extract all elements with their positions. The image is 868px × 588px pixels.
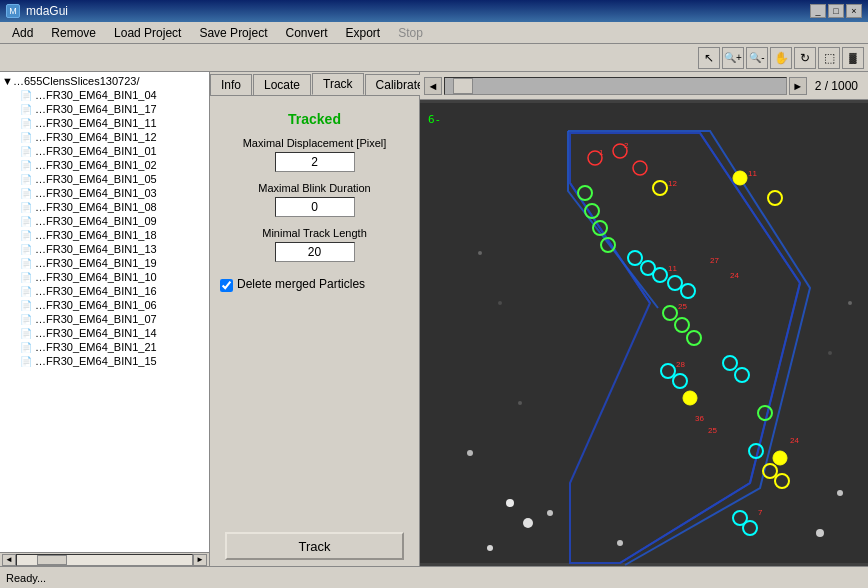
svg-text:12: 12 — [668, 179, 677, 188]
menu-load-project[interactable]: Load Project — [106, 24, 189, 42]
maximize-button[interactable]: □ — [828, 4, 844, 18]
right-panel: Info Locate Track Calibrate Tracked Maxi… — [210, 72, 868, 566]
tree-item[interactable]: 📄…FR30_EM64_BIN1_01 — [0, 144, 209, 158]
menu-remove[interactable]: Remove — [43, 24, 104, 42]
file-icon: 📄 — [20, 146, 32, 157]
expand-icon: ▼ — [2, 75, 13, 87]
zoom-in-button[interactable]: 🔍+ — [722, 47, 744, 69]
menu-export[interactable]: Export — [338, 24, 389, 42]
main-content: ▼ …655ClensSlices130723/ 📄…FR30_EM64_BIN… — [0, 72, 868, 566]
tree-item[interactable]: 📄…FR30_EM64_BIN1_13 — [0, 242, 209, 256]
tree-item-label: …FR30_EM64_BIN1_05 — [35, 173, 157, 185]
tab-info[interactable]: Info — [210, 74, 252, 95]
tab-track[interactable]: Track — [312, 73, 364, 95]
tree-item[interactable]: 📄…FR30_EM64_BIN1_14 — [0, 326, 209, 340]
tree-item[interactable]: 📄…FR30_EM64_BIN1_18 — [0, 228, 209, 242]
rotate-button[interactable]: ↻ — [794, 47, 816, 69]
file-icon: 📄 — [20, 286, 32, 297]
track-button[interactable]: Track — [225, 532, 404, 560]
tree-item[interactable]: 📄…FR30_EM64_BIN1_03 — [0, 186, 209, 200]
svg-point-37 — [683, 391, 697, 405]
prev-frame-button[interactable]: ◄ — [424, 77, 442, 95]
tab-locate[interactable]: Locate — [253, 74, 311, 95]
scroll-left-button[interactable]: ◄ — [2, 554, 16, 566]
menu-save-project[interactable]: Save Project — [191, 24, 275, 42]
minimal-track-group: Minimal Track Length — [220, 227, 409, 262]
tree-item-label: …FR30_EM64_BIN1_18 — [35, 229, 157, 241]
control-panel: Info Locate Track Calibrate Tracked Maxi… — [210, 72, 420, 566]
file-icon: 📄 — [20, 202, 32, 213]
next-frame-button[interactable]: ► — [789, 77, 807, 95]
tree-item[interactable]: 📄…FR30_EM64_BIN1_12 — [0, 130, 209, 144]
tree-item[interactable]: 📄…FR30_EM64_BIN1_07 — [0, 312, 209, 326]
cursor-tool-button[interactable]: ↖ — [698, 47, 720, 69]
tree-root-label: …655ClensSlices130723/ — [13, 75, 140, 87]
tree-item-label: …FR30_EM64_BIN1_10 — [35, 271, 157, 283]
menu-add[interactable]: Add — [4, 24, 41, 42]
frame-counter: 2 / 1000 — [809, 79, 864, 93]
close-button[interactable]: × — [846, 4, 862, 18]
tree-item-label: …FR30_EM64_BIN1_09 — [35, 215, 157, 227]
horizontal-scrollbar[interactable] — [16, 554, 193, 566]
maximal-blink-group: Maximal Blink Duration — [220, 182, 409, 217]
delete-merged-checkbox[interactable] — [220, 279, 233, 292]
tree-item[interactable]: 📄…FR30_EM64_BIN1_21 — [0, 340, 209, 354]
maximal-displacement-input[interactable] — [275, 152, 355, 172]
svg-point-54 — [487, 545, 493, 551]
maximal-displacement-label: Maximal Displacement [Pixel] — [243, 137, 387, 149]
pan-button[interactable]: ✋ — [770, 47, 792, 69]
tree-item[interactable]: 📄…FR30_EM64_BIN1_05 — [0, 172, 209, 186]
menu-bar: Add Remove Load Project Save Project Con… — [0, 22, 868, 44]
tree-item-label: …FR30_EM64_BIN1_06 — [35, 299, 157, 311]
svg-text:24: 24 — [730, 271, 739, 280]
status-text: Ready... — [6, 572, 46, 584]
color-button[interactable]: ▓ — [842, 47, 864, 69]
tree-item[interactable]: 📄…FR30_EM64_BIN1_19 — [0, 256, 209, 270]
file-icon: 📄 — [20, 216, 32, 227]
tree-item[interactable]: 📄…FR30_EM64_BIN1_10 — [0, 270, 209, 284]
tree-item[interactable]: 📄…FR30_EM64_BIN1_11 — [0, 116, 209, 130]
file-icon: 📄 — [20, 174, 32, 185]
tree-item-label: …FR30_EM64_BIN1_02 — [35, 159, 157, 171]
zoom-out-button[interactable]: 🔍- — [746, 47, 768, 69]
select-region-button[interactable]: ⬚ — [818, 47, 840, 69]
tree-item-label: …FR30_EM64_BIN1_14 — [35, 327, 157, 339]
minimal-track-input[interactable] — [275, 242, 355, 262]
app-title: mdaGui — [26, 4, 68, 18]
tree-item[interactable]: 📄…FR30_EM64_BIN1_06 — [0, 298, 209, 312]
tree-item-label: …FR30_EM64_BIN1_13 — [35, 243, 157, 255]
svg-text:25: 25 — [708, 426, 717, 435]
svg-text:1: 1 — [599, 148, 604, 157]
menu-convert[interactable]: Convert — [277, 24, 335, 42]
file-icon: 📄 — [20, 300, 32, 311]
svg-point-52 — [523, 518, 533, 528]
particle-visualization: 6- 1 — [420, 100, 868, 566]
tree-root-item[interactable]: ▼ …655ClensSlices130723/ — [0, 74, 209, 88]
tree-item[interactable]: 📄…FR30_EM64_BIN1_09 — [0, 214, 209, 228]
sidebar-scrollbar-area: ◄ ► — [0, 552, 209, 566]
file-icon: 📄 — [20, 258, 32, 269]
tree-item[interactable]: 📄…FR30_EM64_BIN1_02 — [0, 158, 209, 172]
tree-item[interactable]: 📄…FR30_EM64_BIN1_15 — [0, 354, 209, 368]
scroll-thumb — [37, 555, 67, 565]
svg-point-51 — [506, 499, 514, 507]
tree-item[interactable]: 📄…FR30_EM64_BIN1_16 — [0, 284, 209, 298]
image-view[interactable]: 6- 1 — [420, 100, 868, 566]
frame-slider[interactable] — [444, 77, 787, 95]
tree-item-label: …FR30_EM64_BIN1_12 — [35, 131, 157, 143]
tree-item[interactable]: 📄…FR30_EM64_BIN1_04 — [0, 88, 209, 102]
delete-merged-label: Delete merged Particles — [237, 277, 365, 291]
svg-text:25: 25 — [678, 302, 687, 311]
maximal-blink-input[interactable] — [275, 197, 355, 217]
svg-text:28: 28 — [676, 360, 685, 369]
tree-items-container: 📄…FR30_EM64_BIN1_04📄…FR30_EM64_BIN1_17📄…… — [0, 88, 209, 368]
file-icon: 📄 — [20, 314, 32, 325]
maximal-blink-label: Maximal Blink Duration — [258, 182, 370, 194]
minimize-button[interactable]: _ — [810, 4, 826, 18]
tree-item[interactable]: 📄…FR30_EM64_BIN1_17 — [0, 102, 209, 116]
tree-item[interactable]: 📄…FR30_EM64_BIN1_08 — [0, 200, 209, 214]
sidebar: ▼ …655ClensSlices130723/ 📄…FR30_EM64_BIN… — [0, 72, 210, 552]
scroll-right-button[interactable]: ► — [193, 554, 207, 566]
tree-root: ▼ …655ClensSlices130723/ 📄…FR30_EM64_BIN… — [0, 72, 209, 370]
minimal-track-label: Minimal Track Length — [262, 227, 367, 239]
